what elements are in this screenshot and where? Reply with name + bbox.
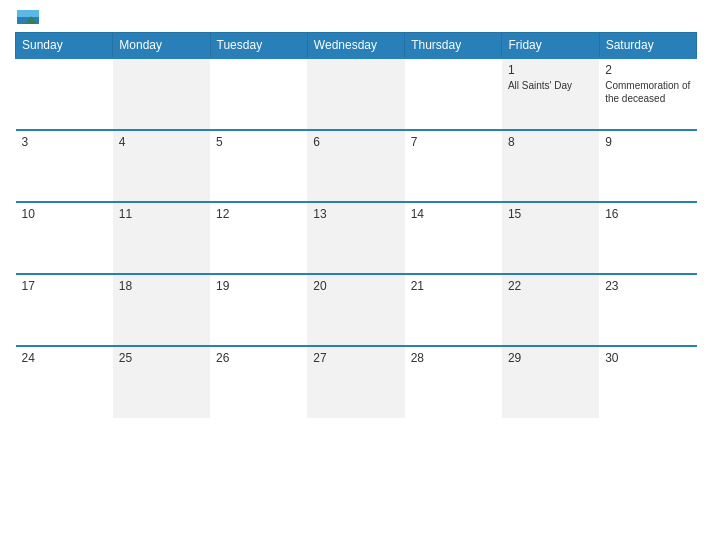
day-number: 15: [508, 207, 593, 221]
weekday-header-row: SundayMondayTuesdayWednesdayThursdayFrid…: [16, 33, 697, 59]
calendar-cell: 27: [307, 346, 404, 418]
day-number: 23: [605, 279, 690, 293]
day-number: 27: [313, 351, 398, 365]
calendar-cell: 18: [113, 274, 210, 346]
calendar-week-5: 24252627282930: [16, 346, 697, 418]
calendar-cell: 3: [16, 130, 113, 202]
page: SundayMondayTuesdayWednesdayThursdayFrid…: [0, 0, 712, 550]
calendar-cell: 10: [16, 202, 113, 274]
svg-rect-0: [17, 10, 39, 17]
calendar-cell: 13: [307, 202, 404, 274]
day-number: 24: [22, 351, 107, 365]
day-number: 14: [411, 207, 496, 221]
calendar-cell: 29: [502, 346, 599, 418]
calendar-event: All Saints' Day: [508, 79, 593, 92]
calendar-cell: 4: [113, 130, 210, 202]
calendar-cell: [16, 58, 113, 130]
day-number: 29: [508, 351, 593, 365]
calendar-cell: 1All Saints' Day: [502, 58, 599, 130]
day-number: 6: [313, 135, 398, 149]
calendar-cell: 26: [210, 346, 307, 418]
day-number: 3: [22, 135, 107, 149]
day-number: 10: [22, 207, 107, 221]
day-number: 4: [119, 135, 204, 149]
day-number: 5: [216, 135, 301, 149]
weekday-saturday: Saturday: [599, 33, 696, 59]
day-number: 16: [605, 207, 690, 221]
day-number: 30: [605, 351, 690, 365]
calendar-cell: 15: [502, 202, 599, 274]
calendar-cell: 6: [307, 130, 404, 202]
calendar-cell: 14: [405, 202, 502, 274]
calendar-event: Commemoration of the deceased: [605, 79, 690, 105]
calendar-cell: 28: [405, 346, 502, 418]
calendar-cell: [405, 58, 502, 130]
day-number: 13: [313, 207, 398, 221]
calendar-cell: 19: [210, 274, 307, 346]
calendar-cell: [210, 58, 307, 130]
calendar-cell: 24: [16, 346, 113, 418]
day-number: 20: [313, 279, 398, 293]
calendar-cell: [307, 58, 404, 130]
day-number: 7: [411, 135, 496, 149]
day-number: 28: [411, 351, 496, 365]
calendar-cell: 23: [599, 274, 696, 346]
calendar-week-2: 3456789: [16, 130, 697, 202]
day-number: 12: [216, 207, 301, 221]
day-number: 18: [119, 279, 204, 293]
calendar-cell: 11: [113, 202, 210, 274]
day-number: 19: [216, 279, 301, 293]
calendar-cell: 30: [599, 346, 696, 418]
calendar-week-3: 10111213141516: [16, 202, 697, 274]
calendar-cell: 21: [405, 274, 502, 346]
header: [15, 10, 697, 24]
logo-flag-icon: [17, 10, 39, 24]
weekday-tuesday: Tuesday: [210, 33, 307, 59]
day-number: 22: [508, 279, 593, 293]
calendar-cell: 9: [599, 130, 696, 202]
weekday-wednesday: Wednesday: [307, 33, 404, 59]
calendar-week-1: 1All Saints' Day2Commemoration of the de…: [16, 58, 697, 130]
calendar-week-4: 17181920212223: [16, 274, 697, 346]
calendar-cell: 16: [599, 202, 696, 274]
weekday-friday: Friday: [502, 33, 599, 59]
calendar-cell: 22: [502, 274, 599, 346]
calendar-cell: 25: [113, 346, 210, 418]
calendar-cell: 12: [210, 202, 307, 274]
calendar-cell: 5: [210, 130, 307, 202]
weekday-thursday: Thursday: [405, 33, 502, 59]
day-number: 8: [508, 135, 593, 149]
calendar-table: SundayMondayTuesdayWednesdayThursdayFrid…: [15, 32, 697, 418]
weekday-sunday: Sunday: [16, 33, 113, 59]
day-number: 1: [508, 63, 593, 77]
calendar-cell: [113, 58, 210, 130]
day-number: 21: [411, 279, 496, 293]
calendar-cell: 8: [502, 130, 599, 202]
day-number: 2: [605, 63, 690, 77]
day-number: 26: [216, 351, 301, 365]
day-number: 25: [119, 351, 204, 365]
day-number: 11: [119, 207, 204, 221]
day-number: 9: [605, 135, 690, 149]
weekday-monday: Monday: [113, 33, 210, 59]
calendar-cell: 20: [307, 274, 404, 346]
calendar-cell: 2Commemoration of the deceased: [599, 58, 696, 130]
logo: [15, 10, 39, 24]
calendar-cell: 7: [405, 130, 502, 202]
calendar-cell: 17: [16, 274, 113, 346]
day-number: 17: [22, 279, 107, 293]
